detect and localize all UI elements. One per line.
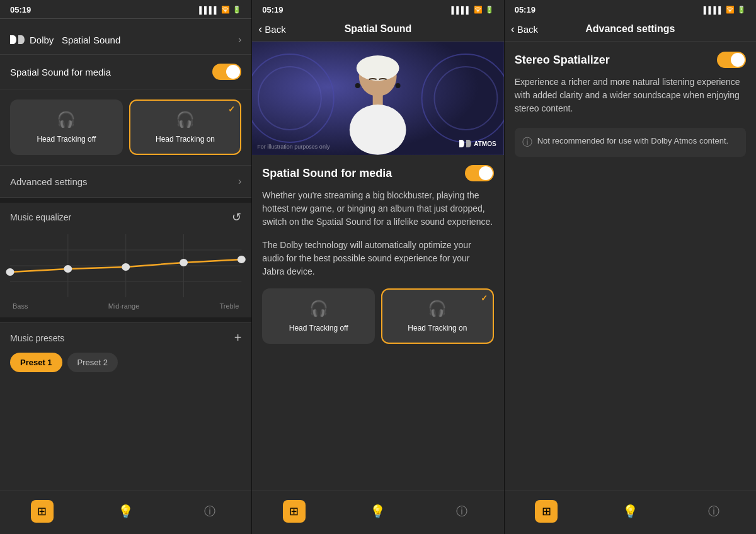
back-btn-3[interactable]: ‹ Back bbox=[511, 23, 538, 36]
spatial-sound-toggle-row: Spatial Sound for media bbox=[0, 55, 251, 89]
svg-point-19 bbox=[350, 105, 406, 155]
content-title-2: Spatial Sound for media bbox=[262, 167, 392, 180]
tracking-options-1: 🎧 Head Tracking off 🎧 Head Tracking on bbox=[0, 89, 251, 165]
content-body-2: The Dolby technology will automatically … bbox=[262, 239, 493, 278]
eq-chart bbox=[10, 234, 241, 297]
eq-treble-label: Treble bbox=[220, 302, 239, 310]
tracking-on-btn-1[interactable]: 🎧 Head Tracking on bbox=[129, 99, 242, 155]
spatial-sound-toggle[interactable] bbox=[212, 64, 241, 80]
dolby-left: Dolby Spatial Sound bbox=[10, 35, 120, 45]
nav-title-3: Advanced settings bbox=[585, 23, 675, 35]
status-icons-2: ▌▌▌▌ 🛜 🔋 bbox=[451, 6, 493, 14]
nav-light-icon-1: 💡 bbox=[115, 500, 137, 523]
nav-home-btn-2[interactable]: ⊞ bbox=[273, 497, 316, 525]
svg-point-21 bbox=[396, 83, 401, 88]
back-btn-2[interactable]: ‹ Back bbox=[258, 23, 285, 36]
stereo-description: Experience a richer and more natural lis… bbox=[515, 76, 746, 115]
svg-point-6 bbox=[6, 268, 14, 276]
preset-1-btn[interactable]: Preset 1 bbox=[10, 353, 62, 372]
atmos-text: ATMOS bbox=[474, 140, 496, 147]
tracking-off-label-1: Head Tracking off bbox=[37, 135, 96, 144]
preset-2-btn[interactable]: Preset 2 bbox=[67, 353, 118, 372]
content-body-1: Whether you're streaming a big blockbust… bbox=[262, 189, 493, 229]
nav-light-icon-2: 💡 bbox=[367, 500, 389, 523]
eq-mid-label: Mid-range bbox=[108, 302, 140, 310]
top-divider-1 bbox=[0, 18, 251, 19]
back-chevron-icon-3: ‹ bbox=[511, 23, 515, 36]
hero-image: ATMOS For illustration purposes only bbox=[252, 42, 503, 155]
nav-light-icon-3: 💡 bbox=[619, 500, 641, 523]
tracking-off-btn-2[interactable]: 🎧 Head Tracking off bbox=[262, 288, 375, 344]
add-preset-btn[interactable]: + bbox=[234, 331, 242, 345]
info-circle-icon: ⓘ bbox=[522, 136, 532, 149]
advanced-chevron-icon: › bbox=[238, 176, 241, 187]
info-box: ⓘ Not recommended for use with Dolby Atm… bbox=[515, 128, 746, 157]
stereo-spatializer-row: Stereo Spatializer bbox=[515, 52, 746, 68]
info-warning-text: Not recommended for use with Dolby Atmos… bbox=[537, 135, 728, 147]
dolby-logo bbox=[10, 35, 25, 44]
status-time-3: 05:19 bbox=[515, 5, 536, 14]
nav-light-btn-1[interactable]: 💡 bbox=[105, 497, 147, 525]
advanced-settings-label-1: Advanced settings bbox=[10, 176, 88, 187]
eq-title: Music equalizer bbox=[10, 212, 71, 222]
battery-icon: 🔋 bbox=[232, 6, 241, 14]
stereo-toggle[interactable] bbox=[717, 52, 746, 68]
stereo-title: Stereo Spatializer bbox=[515, 54, 610, 67]
nav-info-icon-3: ⓘ bbox=[702, 500, 725, 523]
hero-watermark: For illustration purposes only bbox=[257, 144, 329, 150]
eq-section: Music equalizer ↺ bbox=[0, 203, 251, 317]
tracking-off-btn-1[interactable]: 🎧 Head Tracking off bbox=[10, 99, 123, 155]
atmos-d2 bbox=[466, 140, 471, 147]
nav-header-3: ‹ Back Advanced settings bbox=[505, 17, 756, 42]
back-label-3: Back bbox=[517, 24, 538, 35]
status-bar-3: 05:19 ▌▌▌▌ 🛜 🔋 bbox=[505, 0, 756, 17]
screen-1: 05:19 ▌▌▌▌ 🛜 🔋 Dolby Spatial Sound › bbox=[0, 0, 252, 534]
nav-info-icon-2: ⓘ bbox=[450, 500, 473, 523]
nav-title-2: Spatial Sound bbox=[345, 23, 412, 35]
nav-light-btn-2[interactable]: 💡 bbox=[357, 497, 399, 525]
nav-home-icon-3: ⊞ bbox=[535, 500, 558, 523]
nav-info-btn-2[interactable]: ⓘ bbox=[440, 497, 483, 525]
tracking-on-btn-2[interactable]: 🎧 Head Tracking on bbox=[381, 288, 494, 344]
tracking-on-icon-2: 🎧 bbox=[428, 300, 447, 317]
signal-icon: ▌▌▌▌ bbox=[199, 6, 219, 14]
svg-point-7 bbox=[64, 265, 72, 273]
battery-icon-2: 🔋 bbox=[485, 6, 494, 14]
presets-header: Music presets + bbox=[10, 331, 241, 345]
eq-reset-btn[interactable]: ↺ bbox=[232, 210, 241, 224]
content-section-2: Spatial Sound for media Whether you're s… bbox=[252, 155, 503, 354]
dolby-atmos-badge: ATMOS bbox=[459, 140, 496, 147]
screen-3: 05:19 ▌▌▌▌ 🛜 🔋 ‹ Back Advanced settings … bbox=[505, 0, 756, 534]
section-divider-2 bbox=[0, 317, 251, 322]
content-toggle-2[interactable] bbox=[465, 165, 494, 181]
tracking-off-icon-2: 🎧 bbox=[309, 300, 328, 317]
advanced-settings-row-1[interactable]: Advanced settings › bbox=[0, 165, 251, 198]
nav-home-icon-1: ⊞ bbox=[31, 500, 54, 523]
tracking-on-icon-1: 🎧 bbox=[176, 111, 195, 128]
svg-point-20 bbox=[355, 83, 360, 88]
spatial-sound-label: Spatial Sound for media bbox=[10, 67, 111, 77]
bottom-nav-1: ⊞ 💡 ⓘ bbox=[0, 491, 251, 534]
nav-info-btn-1[interactable]: ⓘ bbox=[188, 497, 231, 525]
status-bar-2: 05:19 ▌▌▌▌ 🛜 🔋 bbox=[252, 0, 503, 17]
status-bar-1: 05:19 ▌▌▌▌ 🛜 🔋 bbox=[0, 0, 251, 17]
nav-home-btn-3[interactable]: ⊞ bbox=[525, 497, 568, 525]
nav-home-btn-1[interactable]: ⊞ bbox=[21, 497, 64, 525]
back-chevron-icon-2: ‹ bbox=[258, 23, 262, 36]
nav-info-icon-1: ⓘ bbox=[198, 500, 221, 523]
eq-bass-label: Bass bbox=[13, 302, 28, 310]
svg-point-10 bbox=[238, 256, 246, 263]
screen3-content: Stereo Spatializer Experience a richer a… bbox=[505, 42, 756, 491]
signal-icon-2: ▌▌▌▌ bbox=[451, 6, 471, 14]
nav-info-btn-3[interactable]: ⓘ bbox=[692, 497, 735, 525]
hero-svg bbox=[252, 42, 503, 155]
svg-point-8 bbox=[122, 263, 130, 271]
section-divider-1 bbox=[0, 198, 251, 203]
status-time-1: 05:19 bbox=[10, 5, 31, 14]
status-icons-1: ▌▌▌▌ 🛜 🔋 bbox=[199, 6, 241, 14]
dolby-row[interactable]: Dolby Spatial Sound › bbox=[0, 25, 251, 55]
nav-light-btn-3[interactable]: 💡 bbox=[609, 497, 651, 525]
bottom-nav-2: ⊞ 💡 ⓘ bbox=[252, 491, 503, 534]
content-title-row: Spatial Sound for media bbox=[262, 165, 493, 181]
dolby-chevron-icon: › bbox=[238, 34, 241, 45]
